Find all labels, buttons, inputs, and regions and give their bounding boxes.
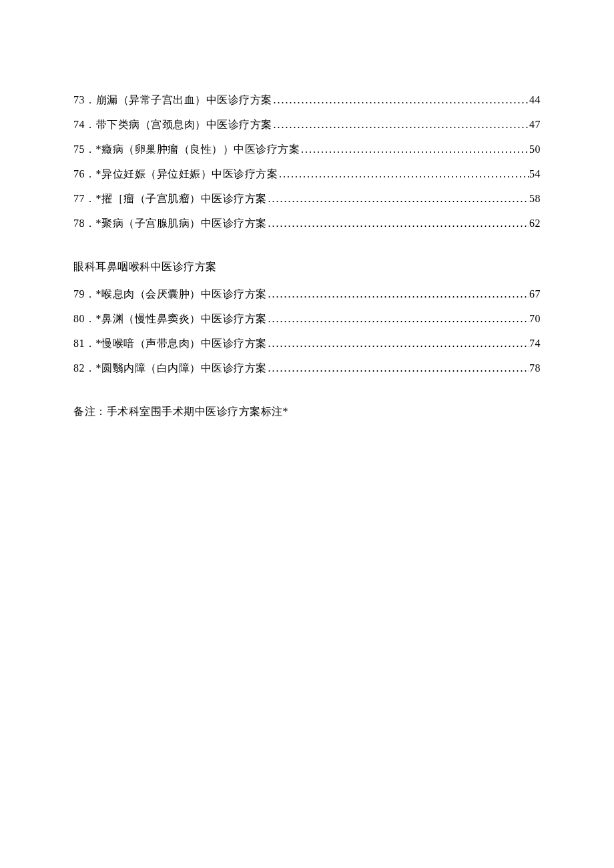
toc-page: 70 bbox=[529, 313, 541, 325]
toc-dots: ........................................… bbox=[267, 218, 530, 230]
toc-entry: 75． *癥病（卵巢肿瘤（良性））中医诊疗方案 ................… bbox=[73, 143, 541, 157]
toc-number: 77． bbox=[73, 192, 96, 206]
toc-number: 75． bbox=[73, 143, 96, 157]
toc-dots: ........................................… bbox=[267, 338, 530, 350]
toc-dots: ........................................… bbox=[267, 288, 530, 300]
toc-dots: ........................................… bbox=[267, 193, 530, 205]
toc-dots: ........................................… bbox=[272, 119, 530, 131]
toc-entry: 80． *鼻渊（慢性鼻窦炎）中医诊疗方案 ...................… bbox=[73, 312, 541, 326]
toc-dots: ........................................… bbox=[267, 313, 530, 325]
toc-title: *癥病（卵巢肿瘤（良性））中医诊疗方案 bbox=[96, 143, 300, 157]
toc-number: 80． bbox=[73, 312, 96, 326]
toc-page: 50 bbox=[529, 143, 541, 155]
toc-title: 带下类病（宫颈息肉）中医诊疗方案 bbox=[96, 118, 272, 132]
toc-page: 67 bbox=[529, 288, 541, 300]
toc-number: 79． bbox=[73, 288, 96, 302]
toc-group-1: 73． 崩漏（异常子宫出血）中医诊疗方案 ...................… bbox=[73, 93, 541, 231]
toc-title: *圆翳内障（白内障）中医诊疗方案 bbox=[96, 362, 267, 376]
toc-number: 78． bbox=[73, 217, 96, 231]
toc-title: *喉息肉（会厌囊肿）中医诊疗方案 bbox=[96, 288, 267, 302]
toc-entry: 73． 崩漏（异常子宫出血）中医诊疗方案 ...................… bbox=[73, 93, 541, 107]
toc-dots: ........................................… bbox=[278, 168, 529, 180]
toc-entry: 79． *喉息肉（会厌囊肿）中医诊疗方案 ...................… bbox=[73, 288, 541, 302]
toc-entry: 76． *异位妊娠（异位妊娠）中医诊疗方案 ..................… bbox=[73, 167, 541, 181]
toc-page: 54 bbox=[529, 168, 541, 180]
footnote: 备注：手术科室围手术期中医诊疗方案标注* bbox=[73, 405, 541, 419]
toc-number: 76． bbox=[73, 167, 96, 181]
toc-page: 44 bbox=[529, 94, 541, 106]
toc-entry: 74． 带下类病（宫颈息肉）中医诊疗方案 ...................… bbox=[73, 118, 541, 132]
section-heading: 眼科耳鼻咽喉科中医诊疗方案 bbox=[73, 260, 541, 274]
toc-dots: ........................................… bbox=[267, 362, 530, 374]
toc-dots: ........................................… bbox=[300, 143, 529, 155]
toc-title: *鼻渊（慢性鼻窦炎）中医诊疗方案 bbox=[96, 312, 267, 326]
toc-title: 崩漏（异常子宫出血）中医诊疗方案 bbox=[96, 93, 272, 107]
toc-number: 73． bbox=[73, 93, 96, 107]
toc-page: 58 bbox=[529, 193, 541, 205]
toc-title: *慢喉喑（声带息肉）中医诊疗方案 bbox=[96, 337, 267, 351]
toc-entry: 82． *圆翳内障（白内障）中医诊疗方案 ...................… bbox=[73, 362, 541, 376]
toc-title: *聚病（子宫腺肌病）中医诊疗方案 bbox=[96, 217, 267, 231]
toc-page: 74 bbox=[529, 338, 541, 350]
toc-number: 74． bbox=[73, 118, 96, 132]
toc-number: 81． bbox=[73, 337, 96, 351]
toc-dots: ........................................… bbox=[272, 94, 530, 106]
toc-page: 62 bbox=[529, 218, 541, 230]
toc-entry: 81． *慢喉喑（声带息肉）中医诊疗方案 ...................… bbox=[73, 337, 541, 351]
toc-number: 82． bbox=[73, 362, 96, 376]
toc-entry: 78． *聚病（子宫腺肌病）中医诊疗方案 ...................… bbox=[73, 217, 541, 231]
toc-group-2: 79． *喉息肉（会厌囊肿）中医诊疗方案 ...................… bbox=[73, 288, 541, 376]
toc-title: *擢［瘤（子宫肌瘤）中医诊疗方案 bbox=[96, 192, 267, 206]
toc-title: *异位妊娠（异位妊娠）中医诊疗方案 bbox=[96, 167, 278, 181]
toc-page: 78 bbox=[529, 362, 541, 374]
toc-page: 47 bbox=[529, 119, 541, 131]
toc-entry: 77． *擢［瘤（子宫肌瘤）中医诊疗方案 ...................… bbox=[73, 192, 541, 206]
